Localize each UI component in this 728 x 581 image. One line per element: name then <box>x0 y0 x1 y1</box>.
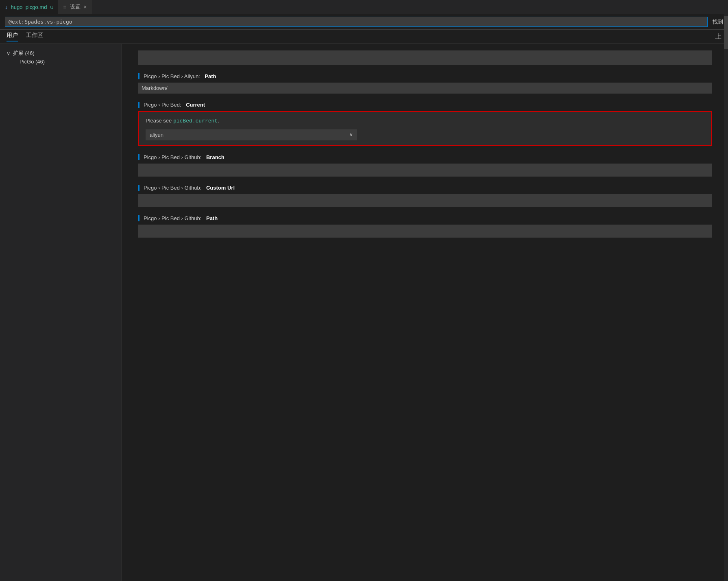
github-path-bold: Path <box>206 215 218 221</box>
setting-github-branch: Picgo › Pic Bed › Github: Branch <box>138 154 712 177</box>
scrollbar-track[interactable] <box>724 0 728 581</box>
github-custom-url-bold: Custom Url <box>206 185 235 191</box>
sidebar-extensions-section: ∨ 扩展 (46) PicGo (46) <box>0 47 122 67</box>
github-path-prefix: Picgo › Pic Bed › Github: <box>144 215 201 221</box>
github-custom-url-input[interactable] <box>138 194 712 207</box>
github-branch-prefix: Picgo › Pic Bed › Github: <box>144 154 201 160</box>
sidebar-group-label: 扩展 (46) <box>13 50 35 57</box>
settings-tab[interactable]: ≡ 设置 × <box>58 0 92 14</box>
settings-tab-label: 设置 <box>70 3 81 11</box>
tab-user[interactable]: 用户 <box>7 32 18 42</box>
setting-github-path: Picgo › Pic Bed › Github: Path <box>138 215 712 238</box>
unsaved-indicator: U <box>50 5 53 10</box>
setting-aliyun-path: Picgo › Pic Bed › Aliyun: Path <box>138 73 712 94</box>
github-path-label: Picgo › Pic Bed › Github: Path <box>138 215 712 221</box>
pic-bed-current-bold: Current <box>186 102 205 108</box>
find-label: 找到 <box>713 18 723 26</box>
tab-workspace[interactable]: 工作区 <box>26 32 43 42</box>
aliyun-path-input[interactable] <box>138 83 712 94</box>
sidebar: ∨ 扩展 (46) PicGo (46) <box>0 44 122 581</box>
pic-bed-current-label: Picgo › Pic Bed: Current <box>138 102 712 108</box>
scroll-top-button[interactable]: 上 <box>715 33 721 41</box>
github-path-input[interactable] <box>138 225 712 238</box>
aliyun-path-bold: Path <box>205 73 216 79</box>
search-bar: 找到 <box>0 14 728 30</box>
pic-bed-current-highlighted: Please see picBed.current. aliyun ∨ <box>138 111 712 146</box>
tabs-left: 用户 工作区 <box>7 32 43 42</box>
file-tab-icon: ↓ <box>5 4 8 10</box>
tab-bar: ↓ hugo_picgo.md U ≡ 设置 × <box>0 0 728 14</box>
github-branch-label: Picgo › Pic Bed › Github: Branch <box>138 154 712 160</box>
file-tab-label: hugo_picgo.md <box>11 4 47 10</box>
sidebar-group-extensions[interactable]: ∨ 扩展 (46) <box>7 49 115 58</box>
description-suffix: . <box>218 118 219 124</box>
pic-bed-current-prefix: Picgo › Pic Bed: <box>144 102 181 108</box>
file-tab[interactable]: ↓ hugo_picgo.md U <box>0 0 58 14</box>
github-custom-url-prefix: Picgo › Pic Bed › Github: <box>144 185 201 191</box>
dropdown-value: aliyun <box>150 132 163 138</box>
sidebar-item-picgo-label: PicGo (46) <box>20 59 45 65</box>
description-link[interactable]: picBed.current <box>173 118 218 124</box>
settings-tab-close[interactable]: × <box>84 4 87 10</box>
main-layout: ∨ 扩展 (46) PicGo (46) Picgo › Pic Bed › A… <box>0 44 728 581</box>
github-branch-bold: Branch <box>206 154 225 160</box>
setting-pic-bed-current: Picgo › Pic Bed: Current Please see picB… <box>138 102 712 146</box>
settings-tab-icon: ≡ <box>63 4 66 10</box>
setting-aliyun-path-label: Picgo › Pic Bed › Aliyun: Path <box>138 73 712 79</box>
scrollbar-thumb[interactable] <box>724 16 728 49</box>
pic-bed-dropdown-wrapper: aliyun ∨ <box>146 129 357 140</box>
chevron-down-icon: ∨ <box>7 50 11 57</box>
aliyun-path-prefix: Picgo › Pic Bed › Aliyun: <box>144 73 200 79</box>
content-area: Picgo › Pic Bed › Aliyun: Path Picgo › P… <box>122 44 728 581</box>
top-empty-input <box>138 50 712 65</box>
pic-bed-dropdown[interactable]: aliyun ∨ <box>146 129 357 140</box>
user-workspace-tabs: 用户 工作区 上 <box>0 30 728 44</box>
sidebar-item-picgo[interactable]: PicGo (46) <box>7 58 115 66</box>
pic-bed-description: Please see picBed.current. <box>146 117 704 125</box>
description-prefix: Please see <box>146 118 173 124</box>
setting-github-custom-url: Picgo › Pic Bed › Github: Custom Url <box>138 185 712 207</box>
github-custom-url-label: Picgo › Pic Bed › Github: Custom Url <box>138 185 712 191</box>
chevron-down-icon: ∨ <box>349 132 353 138</box>
github-branch-input[interactable] <box>138 164 712 177</box>
search-input[interactable] <box>5 17 708 27</box>
